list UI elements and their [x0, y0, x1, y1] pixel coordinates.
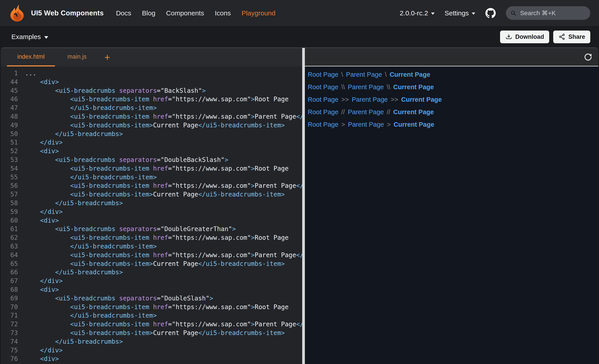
line-number: 55: [1, 173, 18, 182]
line-code: </div>: [25, 277, 63, 286]
code-line: 71 </ui5-breadcrumbs-item>: [1, 311, 302, 320]
line-number: 49: [1, 121, 18, 130]
line-number: 73: [1, 329, 18, 338]
line-number: 76: [1, 355, 18, 363]
nav-components[interactable]: Components: [166, 9, 204, 17]
line-number: 53: [1, 156, 18, 164]
examples-label: Examples: [11, 33, 41, 41]
code-line: 68 <div>: [1, 286, 302, 294]
code-line: 58 </ui5-breadcrumbs>: [1, 199, 302, 208]
download-button[interactable]: Download: [500, 31, 549, 43]
code-line: 66 </ui5-breadcrumbs>: [1, 268, 302, 277]
code-line: 72 <ui5-breadcrumbs-item href="https://w…: [1, 320, 302, 329]
brand-home-link[interactable]: UI5 Web Components: [9, 4, 104, 22]
breadcrumb-link[interactable]: Parent Page: [348, 108, 384, 116]
breadcrumb-link[interactable]: Root Page: [308, 96, 338, 103]
tab-label: main.js: [67, 53, 87, 60]
chevron-down-icon: [44, 36, 48, 39]
breadcrumb-row: Root Page>Parent Page>Current Page: [308, 118, 598, 131]
github-icon: [485, 8, 496, 18]
line-number: 62: [1, 234, 18, 242]
search-box: [506, 6, 590, 20]
code-line: 67 </div>: [1, 277, 302, 286]
code-editor[interactable]: 1...44 <div>45 <ui5-breadcrumbs separato…: [1, 67, 302, 364]
nav-docs[interactable]: Docs: [116, 9, 131, 17]
breadcrumb-separator: >>: [341, 96, 349, 103]
settings-dropdown[interactable]: Settings: [445, 9, 475, 17]
breadcrumb-current: Current Page: [401, 96, 442, 103]
nav-icons[interactable]: Icons: [215, 9, 231, 17]
refresh-button[interactable]: [584, 52, 592, 61]
code-line: 45 <ui5-breadcrumbs separators="BackSlas…: [1, 86, 302, 95]
line-number: 50: [1, 130, 18, 138]
line-number: 44: [1, 78, 18, 86]
line-code: </ui5-breadcrumbs-item>: [25, 104, 157, 112]
code-line: 62 <ui5-breadcrumbs-item href="https://w…: [1, 234, 302, 242]
breadcrumb-separator: >>: [391, 96, 398, 103]
breadcrumb-link[interactable]: Root Page: [308, 84, 338, 91]
nav-playground[interactable]: Playground: [241, 9, 275, 17]
code-line: 69 <ui5-breadcrumbs separators="DoubleSl…: [1, 294, 302, 303]
version-dropdown[interactable]: 2.0.0-rc.2: [400, 9, 435, 17]
code-line: 59 </div>: [1, 208, 302, 216]
share-button[interactable]: Share: [553, 31, 590, 43]
line-code: </ui5-breadcrumbs-item>: [25, 311, 157, 320]
line-number: 54: [1, 164, 18, 173]
code-line: 49 <ui5-breadcrumbs-item>Current Page</u…: [1, 121, 302, 130]
breadcrumb-link[interactable]: Root Page: [308, 71, 338, 78]
tab-main-js[interactable]: main.js: [57, 48, 97, 67]
add-tab-button[interactable]: +: [101, 48, 114, 67]
breadcrumb-link[interactable]: Root Page: [308, 121, 338, 128]
share-label: Share: [568, 34, 585, 40]
breadcrumb-link[interactable]: Parent Page: [352, 96, 388, 103]
line-code: <ui5-breadcrumbs-item href="https://www.…: [25, 182, 302, 190]
github-link[interactable]: [485, 8, 496, 18]
breadcrumb-link[interactable]: Root Page: [308, 108, 338, 116]
pane-resize-handle[interactable]: [302, 48, 305, 364]
breadcrumb-separator: \\: [387, 84, 390, 91]
line-code: <div>: [25, 286, 59, 294]
download-label: Download: [515, 34, 544, 40]
line-number: 74: [1, 338, 18, 346]
breadcrumb-separator: //: [341, 108, 345, 116]
app-header: UI5 Web Components Docs Blog Components …: [0, 0, 599, 26]
breadcrumb-row: Root Page\Parent Page\Current Page: [308, 68, 598, 81]
breadcrumb-link[interactable]: Parent Page: [346, 71, 382, 78]
breadcrumb-link[interactable]: Parent Page: [348, 84, 384, 91]
breadcrumb-current: Current Page: [393, 108, 434, 116]
code-line: 57 <ui5-breadcrumbs-item>Current Page</u…: [1, 190, 302, 199]
version-label: 2.0.0-rc.2: [400, 9, 428, 17]
tab-label: index.html: [17, 53, 45, 60]
code-line: 46 <ui5-breadcrumbs-item href="https://w…: [1, 95, 302, 104]
preview-pane: Root Page\Parent Page\Current PageRoot P…: [305, 48, 598, 364]
line-code: <ui5-breadcrumbs-item>Current Page</ui5-…: [25, 329, 285, 338]
code-line: 52 <div>: [1, 147, 302, 156]
preview-viewport: Root Page\Parent Page\Current PageRoot P…: [305, 67, 598, 364]
tab-index-html[interactable]: index.html: [7, 48, 55, 67]
line-number: 48: [1, 112, 18, 121]
line-code: </ui5-breadcrumbs>: [25, 130, 123, 138]
line-number: 68: [1, 286, 18, 294]
line-code: <ui5-breadcrumbs-item>Current Page</ui5-…: [25, 121, 285, 130]
breadcrumb-link[interactable]: Parent Page: [348, 121, 384, 128]
line-code: <ui5-breadcrumbs separators="BackSlash">: [25, 86, 206, 95]
refresh-icon: [584, 52, 592, 61]
line-number: 58: [1, 199, 18, 208]
nav-blog[interactable]: Blog: [142, 9, 155, 17]
line-code: <ui5-breadcrumbs separators="DoubleBackS…: [25, 156, 228, 164]
code-line: 73 <ui5-breadcrumbs-item>Current Page</u…: [1, 329, 302, 338]
line-number: 70: [1, 303, 18, 312]
line-number: 72: [1, 320, 18, 329]
line-number: 57: [1, 190, 18, 199]
code-line: 61 <ui5-breadcrumbs separators="DoubleGr…: [1, 225, 302, 234]
code-line: 54 <ui5-breadcrumbs-item href="https://w…: [1, 164, 302, 173]
line-number: 46: [1, 95, 18, 104]
chevron-down-icon: [431, 12, 435, 15]
breadcrumb-row: Root Page\\Parent Page\\Current Page: [308, 81, 598, 93]
line-number: 66: [1, 268, 18, 277]
line-code: </ui5-breadcrumbs-item>: [25, 242, 157, 251]
line-code: </div>: [25, 138, 63, 147]
line-code: <ui5-breadcrumbs-item href="https://www.…: [25, 320, 302, 329]
search-input[interactable]: [520, 9, 586, 17]
examples-dropdown[interactable]: Examples: [11, 33, 48, 41]
